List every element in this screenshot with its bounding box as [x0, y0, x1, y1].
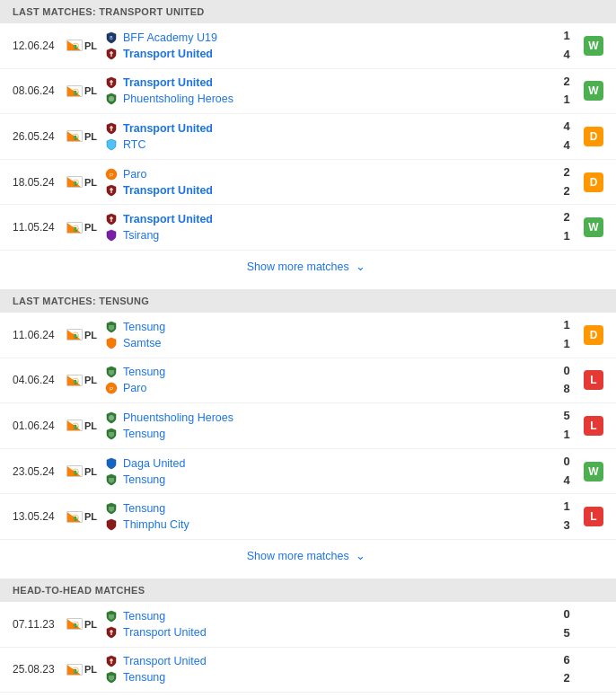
score-value: 1: [563, 91, 569, 110]
match-result-col: D: [580, 114, 616, 159]
show-more-label: Show more matches: [247, 550, 349, 562]
match-row: 18.05.24 🐉 PLPParoTransport United22D: [0, 160, 616, 206]
svg-text:🐉: 🐉: [73, 44, 79, 50]
flag-col: 🐉: [65, 40, 84, 51]
team-line: Samtse: [104, 335, 553, 351]
team-icon: P: [104, 167, 119, 181]
result-badge: W: [584, 217, 603, 237]
team-name[interactable]: Transport United: [123, 184, 213, 197]
team-icon: [104, 517, 119, 532]
team-icon: [104, 336, 119, 350]
score-value: 5: [563, 407, 569, 426]
flag-col: 🐉: [65, 375, 84, 386]
match-scores: 05: [553, 602, 580, 647]
match-date: 04.06.24: [13, 374, 65, 386]
match-scores: 51: [553, 403, 580, 448]
flag-col: 🐉: [65, 511, 84, 523]
match-left-info: 08.06.24 🐉 PL: [0, 69, 99, 114]
result-badge: L: [584, 370, 603, 390]
match-row: 12.06.24 🐉 PLBBFF Academy U19Transport U…: [0, 23, 616, 69]
team-line: Tensung: [104, 364, 553, 380]
svg-text:P: P: [110, 386, 113, 392]
svg-text:🐉: 🐉: [73, 90, 79, 96]
team-icon: [104, 427, 119, 441]
team-name[interactable]: Tensung: [123, 321, 165, 333]
team-icon: [104, 365, 119, 379]
flag-col: 🐉: [65, 176, 84, 188]
team-name[interactable]: Tsirang: [123, 229, 159, 242]
team-name[interactable]: Tensung: [123, 610, 165, 623]
section-last-matches-tensung: LAST MATCHES: TENSUNG11.06.24 🐉 PLTensun…: [0, 289, 616, 571]
match-left-info: 18.05.24 🐉 PL: [0, 160, 99, 205]
team-name[interactable]: BFF Academy U19: [123, 31, 217, 44]
match-teams: Transport UnitedRTC: [99, 114, 553, 159]
match-scores: 13: [553, 494, 580, 539]
score-value: 8: [563, 380, 569, 399]
flag-icon: 🐉: [66, 40, 83, 51]
score-value: 2: [563, 669, 569, 688]
result-badge: D: [584, 325, 603, 345]
team-name[interactable]: Paro: [123, 382, 146, 394]
svg-text:🐉: 🐉: [73, 516, 79, 522]
team-name[interactable]: RTC: [123, 138, 145, 151]
score-value: 0: [563, 605, 569, 624]
flag-col: 🐉: [65, 618, 84, 630]
section-spacer: [0, 571, 616, 579]
team-line: Transport United: [104, 120, 553, 137]
team-name[interactable]: Transport United: [123, 48, 213, 60]
team-line: RTC: [104, 137, 553, 153]
team-name[interactable]: Paro: [123, 168, 146, 181]
match-left-info: 11.06.24 🐉 PL: [0, 313, 99, 358]
match-date: 25.08.23: [13, 663, 65, 676]
team-name[interactable]: Phuentsholing Heroes: [123, 93, 233, 105]
flag-icon: 🐉: [66, 329, 83, 340]
flag-icon: 🐉: [66, 664, 83, 676]
match-left-info: 26.05.24 🐉 PL: [0, 114, 99, 159]
result-badge: W: [584, 81, 603, 101]
team-name[interactable]: Tensung: [123, 366, 165, 378]
team-name[interactable]: Phuentsholing Heroes: [123, 411, 233, 424]
match-date: 23.05.24: [13, 465, 65, 478]
team-icon: [104, 121, 119, 136]
match-scores: 21: [553, 69, 580, 114]
score-value: 4: [563, 118, 569, 137]
team-name[interactable]: Transport United: [123, 626, 207, 639]
match-scores: 04: [553, 449, 580, 494]
team-name[interactable]: Transport United: [123, 122, 213, 135]
team-name[interactable]: Daga United: [123, 457, 186, 470]
score-value: 4: [563, 137, 569, 155]
score-value: 4: [563, 46, 569, 65]
section-spacer: [0, 282, 616, 289]
match-scores: 14: [553, 23, 580, 68]
team-name[interactable]: Tensung: [123, 428, 165, 440]
match-date: 01.06.24: [13, 420, 65, 432]
team-name[interactable]: Transport United: [123, 76, 213, 89]
team-name[interactable]: Tensung: [123, 473, 165, 486]
team-name[interactable]: Transport United: [123, 213, 213, 225]
match-scores: 08: [553, 358, 580, 403]
show-more-button[interactable]: Show more matches ⌄: [0, 251, 616, 282]
team-line: Daga United: [104, 455, 553, 472]
team-icon: P: [104, 381, 119, 395]
match-teams: Phuentsholing HeroesTensung: [99, 403, 553, 448]
team-line: Transport United: [104, 46, 553, 62]
show-more-button[interactable]: Show more matches ⌄: [0, 540, 616, 571]
match-date: 07.11.23: [13, 618, 65, 631]
chevron-down-icon: ⌄: [356, 550, 365, 562]
team-icon: [104, 670, 119, 685]
svg-text:🐉: 🐉: [73, 424, 79, 430]
match-row: 13.05.24 🐉 PLTensungThimphu City13L: [0, 494, 616, 540]
match-teams: BBFF Academy U19Transport United: [99, 23, 553, 68]
team-icon: [104, 320, 119, 334]
team-name[interactable]: Tensung: [123, 671, 165, 684]
match-result-col: L: [580, 358, 616, 403]
match-scores: 11: [553, 313, 580, 358]
team-name[interactable]: Transport United: [123, 655, 207, 667]
score-value: 4: [563, 472, 569, 490]
team-name[interactable]: Tensung: [123, 502, 165, 515]
team-name[interactable]: Samtse: [123, 337, 161, 349]
team-name[interactable]: Thimphu City: [123, 518, 189, 531]
score-value: 1: [563, 426, 569, 445]
score-value: 1: [563, 335, 569, 354]
team-icon: [104, 501, 119, 516]
